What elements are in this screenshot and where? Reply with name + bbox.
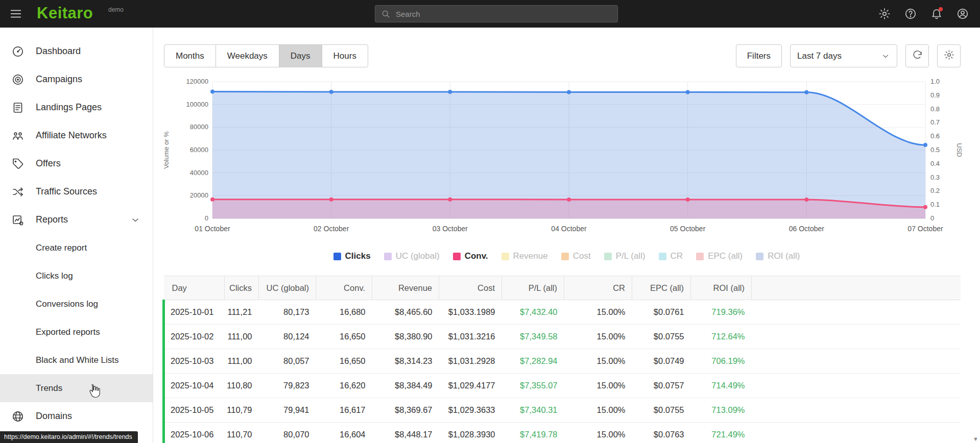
svg-text:06 October: 06 October [789,225,825,233]
svg-text:20000: 20000 [190,191,208,199]
legend-item[interactable]: UC (global) [384,251,440,261]
trends-toolbar: Months Weekdays Days Hours Filters Last … [164,44,961,67]
keitaro-logo[interactable]: Keitaro [37,4,93,22]
sidebar-item-label: Clicks log [36,271,73,281]
chevron-down-icon [881,52,890,61]
column-header: Day [164,276,225,300]
legend-label: EPC (all) [708,251,743,261]
sidebar-item-landings[interactable]: Landings Pages [0,93,153,121]
table-cell: 719.36% [691,300,752,325]
table-row: 2025-10-04110,8079,82316,620$8,384.49$1,… [164,374,961,398]
legend-label: Conv. [465,251,488,261]
menu-icon[interactable] [9,7,22,20]
legend-swatch [333,253,341,260]
table-cell: 16,620 [316,374,372,398]
tab-days[interactable]: Days [279,44,322,67]
gear-icon[interactable] [878,8,891,20]
table-cell: 706.19% [691,349,752,374]
table-cell: 2025-10-01 [164,300,225,325]
affiliate-networks-icon [12,130,24,142]
sidebar-item-black-white-lists[interactable]: Black and White Lists [0,346,153,374]
table-cell: $8,380.90 [372,325,439,349]
legend-item[interactable]: Revenue [501,251,548,261]
sidebar-item-trends[interactable]: Trends [0,374,153,402]
table-cell: 15.00% [564,398,632,423]
legend-label: Revenue [513,251,548,261]
legend-swatch [501,253,509,260]
table-cell: 15.00% [564,423,632,443]
search-input[interactable] [395,9,617,19]
sidebar-item-label: Trends [36,383,62,393]
svg-text:07 October: 07 October [907,225,943,233]
table-cell: 2025-10-06 [164,423,225,443]
filters-button[interactable]: Filters [736,44,782,67]
tab-months[interactable]: Months [164,44,216,67]
date-range-select[interactable]: Last 7 days [790,44,897,67]
column-header: UC (global) [259,276,316,300]
table-cell: 2025-10-02 [164,325,225,349]
svg-text:0.8: 0.8 [930,105,940,113]
sidebar-item-domains[interactable]: Domains [0,402,153,430]
legend-item[interactable]: CR [659,251,683,261]
sidebar-item-traffic-sources[interactable]: Traffic Sources [0,178,153,206]
table-cell: 16,604 [316,423,372,443]
sidebar-item-conversions-log[interactable]: Conversions log [0,290,153,318]
sidebar-item-reports[interactable]: Reports [0,206,153,234]
help-icon[interactable] [904,8,917,20]
legend-item[interactable]: EPC (all) [696,251,743,261]
sidebar-item-label: Conversions log [36,299,98,309]
legend-item[interactable]: P/L (all) [604,251,646,261]
sidebar-item-label: Reports [36,214,68,225]
main-content: Months Weekdays Days Hours Filters Last … [153,28,980,443]
filler-header [752,276,961,300]
table-row: 2025-10-01111,2180,17316,680$8,465.60$1,… [164,300,961,325]
sidebar-item-label: Affiliate Networks [36,130,107,141]
svg-text:0.4: 0.4 [930,160,940,167]
table-cell: $7,340.31 [502,398,564,423]
table-cell: 721.49% [691,423,752,443]
table-row: 2025-10-05110,7979,94116,617$8,369.67$1,… [164,398,961,423]
table-cell: 16,650 [316,349,372,374]
table-cell: 16,617 [316,398,372,423]
sidebar-item-campaigns[interactable]: Campaigns [0,65,153,93]
domains-icon [12,410,24,423]
chevron-down-icon [130,215,140,225]
sidebar-item-create-report[interactable]: Create report [0,234,153,262]
table-cell: $1,033.1989 [439,300,502,325]
sidebar-item-dashboard[interactable]: Dashboard [0,37,153,65]
bell-icon[interactable] [930,8,943,20]
tab-weekdays[interactable]: Weekdays [216,44,279,67]
sidebar-item-affiliate-networks[interactable]: Affiliate Networks [0,121,153,150]
refresh-button[interactable] [905,44,929,67]
scrollbar-down-arrow[interactable]: ▼ [973,436,978,442]
legend-swatch [384,253,392,260]
user-avatar-icon[interactable] [957,8,969,20]
dashboard-icon [12,45,24,58]
table-cell: $8,369.67 [372,398,439,423]
legend-item[interactable]: ROI (all) [756,251,800,261]
column-header: Clicks [225,276,259,300]
table-cell: 2025-10-03 [164,349,225,374]
svg-text:02 October: 02 October [314,225,349,233]
filler-cell [752,374,961,398]
sidebar-item-label: Traffic Sources [36,186,97,197]
sidebar-item-clicks-log[interactable]: Clicks log [0,262,153,290]
sidebar-item-offers[interactable]: Offers [0,150,153,178]
chart-legend: ClicksUC (global)Conv.RevenueCostP/L (al… [153,249,980,264]
table-cell: 80,057 [259,349,316,374]
chart-settings-button[interactable] [937,44,961,67]
table-cell: $0.0763 [632,423,691,443]
sidebar-item-label: Create report [36,243,87,253]
legend-item[interactable]: Conv. [453,251,488,261]
global-search[interactable] [375,5,618,22]
filler-cell [752,325,961,349]
table-cell: 80,070 [259,423,316,443]
tab-hours[interactable]: Hours [322,44,368,67]
svg-text:0.9: 0.9 [930,91,940,99]
sidebar-item-exported-reports[interactable]: Exported reports [0,318,153,346]
legend-swatch [696,253,704,260]
legend-item[interactable]: Cost [561,251,591,261]
legend-item[interactable]: Clicks [333,251,371,261]
chart-settings-gear-icon [944,50,954,62]
notification-dot [939,7,943,11]
